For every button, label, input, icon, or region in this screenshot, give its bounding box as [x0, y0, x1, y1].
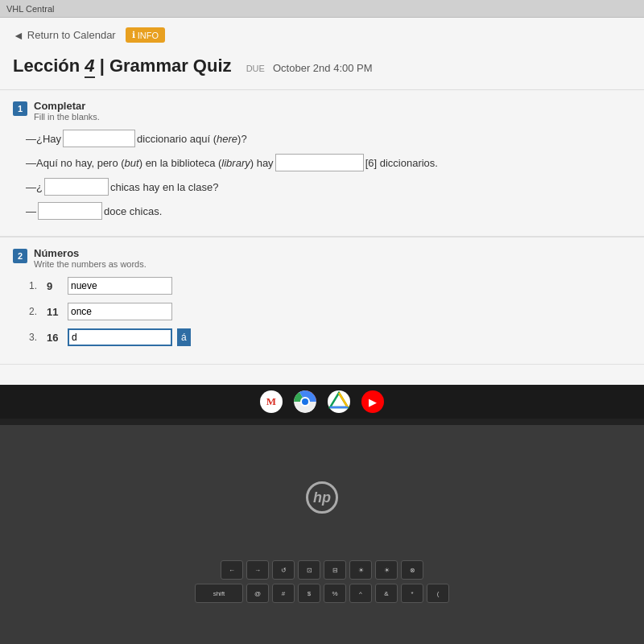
section2-title-block: Números Write the numbers as words. [34, 247, 147, 269]
numero-value-2: 11 [47, 306, 63, 318]
key-ampersand[interactable]: & [375, 584, 398, 603]
page-title: Lección 4 | Grammar Quiz DUE October 2nd… [13, 56, 631, 76]
blank-input-1[interactable] [63, 130, 135, 147]
content-area: ◄ Return to Calendar ℹ INFO Lección 4 | … [0, 18, 644, 419]
keyboard-area: ← → ↺ ⊡ ⊟ ☀ ☀ ⊗ shift @ # $ % ^ & * ( [0, 554, 644, 609]
key-back[interactable]: ← [221, 560, 243, 580]
blank-input-3[interactable] [44, 178, 109, 196]
svg-marker-3 [330, 393, 348, 407]
back-arrow-icon: ◄ [13, 29, 24, 42]
fill-line-2: —Aquí no hay, pero (but) en la bibliotec… [26, 154, 631, 171]
fill-line-4: — doce chicas. [26, 202, 631, 220]
line4-after: doce chicas. [104, 205, 162, 217]
chrome-icon[interactable] [294, 390, 316, 413]
fill-line-3: —¿ chicas hay en la clase? [26, 178, 631, 196]
laptop-palm: hp [0, 425, 644, 554]
section1-title-block: Completar Fill in the blanks. [34, 100, 100, 122]
numero-input-1[interactable] [68, 277, 172, 295]
accent-button[interactable]: á [177, 328, 191, 346]
line4-before: — [26, 205, 36, 217]
key-brightness-down[interactable]: ☀ [349, 560, 372, 580]
key-hash[interactable]: # [272, 584, 295, 603]
line2-after: [6] diccionarios. [365, 157, 438, 169]
key-at[interactable]: @ [246, 584, 269, 603]
numero-value-1: 9 [47, 280, 63, 292]
svg-point-2 [302, 398, 308, 405]
section-numeros: 2 Números Write the numbers as words. 1.… [0, 237, 644, 365]
numero-item-2: 2. 11 [29, 303, 631, 320]
key-fullscreen[interactable]: ⊡ [298, 560, 320, 580]
gmail-icon[interactable]: M [260, 390, 283, 413]
browser-title: VHL Central [6, 4, 55, 14]
numero-index-2: 2. [29, 306, 42, 317]
info-button[interactable]: ℹ INFO [126, 27, 165, 43]
return-to-calendar-link[interactable]: ◄ Return to Calendar [13, 29, 116, 42]
title-number: 4 [85, 56, 94, 78]
numero-input-2[interactable] [68, 303, 172, 320]
key-percent[interactable]: % [324, 584, 346, 603]
key-open-paren[interactable]: ( [427, 584, 449, 603]
line3-after: chicas hay en la clase? [110, 181, 218, 193]
nav-bar: ◄ Return to Calendar ℹ INFO [0, 18, 644, 49]
numero-item-3: 3. 16 á [29, 328, 631, 346]
section1-subtitle: Fill in the blanks. [34, 112, 100, 122]
section2-number: 2 [13, 249, 27, 263]
section2-title: Números [34, 247, 147, 259]
youtube-icon[interactable]: ▶ [361, 390, 384, 413]
numero-input-3[interactable] [68, 328, 172, 346]
due-date: October 2nd 4:00 PM [273, 62, 373, 74]
key-brightness-up[interactable]: ☀ [375, 560, 398, 580]
title-part2: | Grammar Quiz [100, 56, 232, 76]
info-icon: ℹ [132, 30, 135, 40]
section1-number: 1 [13, 101, 27, 116]
numero-item-1: 1. 9 [29, 277, 631, 295]
laptop-hinge [0, 419, 644, 425]
fill-blanks-area: —¿Hay diccionario aquí (here)? —Aquí no … [13, 130, 631, 220]
page-title-area: Lección 4 | Grammar Quiz DUE October 2nd… [0, 49, 644, 90]
blank-input-2[interactable] [275, 154, 364, 171]
browser-bar: VHL Central [0, 0, 644, 18]
laptop-body: hp ← → ↺ ⊡ ⊟ ☀ ☀ ⊗ shift @ # $ % ^ & * ( [0, 419, 644, 644]
key-refresh[interactable]: ↺ [272, 560, 295, 580]
section-completar: 1 Completar Fill in the blanks. —¿Hay di… [0, 90, 644, 237]
line3-before: —¿ [26, 181, 43, 193]
numero-list: 1. 9 2. 11 3. 16 á [13, 277, 631, 346]
key-minimize[interactable]: ⊟ [324, 560, 346, 580]
fill-line-1: —¿Hay diccionario aquí (here)? [26, 130, 631, 147]
blank-input-4[interactable] [38, 202, 102, 220]
section2-header: 2 Números Write the numbers as words. [13, 247, 631, 269]
section1-header: 1 Completar Fill in the blanks. [13, 100, 631, 122]
title-part1: Lección [13, 56, 80, 76]
key-asterisk[interactable]: * [401, 584, 423, 603]
return-label: Return to Calendar [27, 29, 116, 41]
svg-line-4 [339, 393, 348, 407]
screen: VHL Central ◄ Return to Calendar ℹ INFO … [0, 0, 644, 419]
taskbar: M ▶ [0, 385, 644, 419]
line1-before: —¿Hay [26, 133, 61, 145]
keyboard-row-2: shift @ # $ % ^ & * ( [8, 584, 636, 603]
numero-index-1: 1. [29, 280, 42, 291]
hp-logo: hp [306, 481, 338, 514]
section1-title: Completar [34, 100, 100, 112]
key-forward[interactable]: → [246, 560, 269, 580]
key-mute[interactable]: ⊗ [401, 560, 423, 580]
line2-before: —Aquí no hay, pero (but) en la bibliotec… [26, 157, 274, 169]
due-label: DUE [246, 64, 265, 73]
section2-subtitle: Write the numbers as words. [34, 259, 147, 269]
numero-index-3: 3. [29, 332, 42, 343]
key-shift-left[interactable]: shift [195, 584, 243, 603]
drive-icon[interactable] [328, 390, 350, 413]
line1-after: diccionario aquí (here)? [137, 133, 247, 145]
key-caret[interactable]: ^ [349, 584, 372, 603]
numero-value-3: 16 [47, 332, 63, 344]
info-label: INFO [138, 31, 159, 40]
keyboard-row-1: ← → ↺ ⊡ ⊟ ☀ ☀ ⊗ [8, 560, 636, 580]
key-dollar[interactable]: $ [298, 584, 320, 603]
